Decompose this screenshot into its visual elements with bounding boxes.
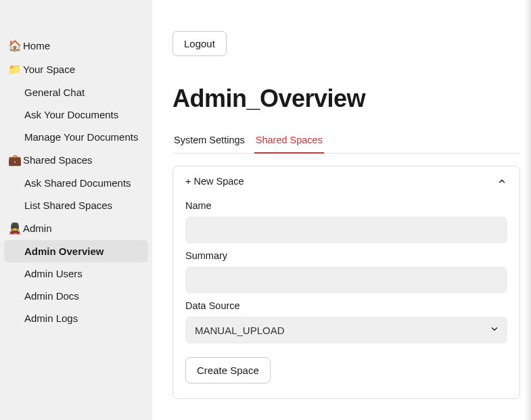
- sidebar-item-manage-your-documents[interactable]: Manage Your Documents: [0, 126, 152, 148]
- sidebar-item-admin-users[interactable]: Admin Users: [0, 262, 152, 285]
- main-content: Logout Admin_Overview System Settings Sh…: [152, 0, 531, 420]
- sidebar-item-label: Admin Logs: [24, 312, 78, 324]
- data-source-select[interactable]: MANUAL_UPLOAD: [185, 317, 507, 344]
- summary-input[interactable]: [185, 266, 507, 294]
- tab-shared-spaces[interactable]: Shared Spaces: [254, 131, 324, 154]
- sidebar-item-label: Shared Spaces: [23, 154, 93, 166]
- page-title: Admin_Overview: [172, 85, 520, 113]
- logout-button[interactable]: Logout: [172, 31, 227, 56]
- sidebar-item-ask-shared-documents[interactable]: Ask Shared Documents: [0, 172, 152, 194]
- tab-system-settings[interactable]: System Settings: [172, 131, 246, 154]
- folder-icon: 📁: [8, 63, 23, 76]
- sidebar-item-label: Your Space: [23, 64, 75, 75]
- home-icon: 🏠: [8, 39, 23, 52]
- sidebar-item-label: General Chat: [24, 87, 85, 98]
- summary-label: Summary: [185, 250, 507, 261]
- sidebar-item-admin[interactable]: 💂 Admin: [0, 216, 152, 240]
- guard-icon: 💂: [8, 222, 23, 235]
- sidebar-item-your-space[interactable]: 📁 Your Space: [0, 57, 152, 81]
- sidebar-item-home[interactable]: 🏠 Home: [0, 34, 152, 57]
- sidebar-item-label: Home: [23, 40, 50, 51]
- name-label: Name: [185, 200, 507, 211]
- sidebar-item-list-shared-spaces[interactable]: List Shared Spaces: [0, 194, 152, 216]
- create-space-button[interactable]: Create Space: [185, 357, 271, 383]
- sidebar-item-label: Ask Shared Documents: [24, 177, 131, 189]
- sidebar-item-shared-spaces[interactable]: 💼 Shared Spaces: [0, 148, 152, 172]
- sidebar-item-admin-docs[interactable]: Admin Docs: [0, 285, 152, 307]
- name-input[interactable]: [185, 216, 507, 243]
- sidebar-item-label: Admin Users: [24, 268, 83, 279]
- sidebar-item-label: List Shared Spaces: [24, 200, 112, 211]
- sidebar-item-label: Admin Docs: [24, 290, 79, 302]
- panel-title: + New Space: [185, 176, 244, 187]
- new-space-panel: + New Space Name Summary Data Source MAN…: [172, 166, 520, 399]
- right-edge-shadow: [524, 0, 531, 420]
- panel-header[interactable]: + New Space: [185, 176, 507, 193]
- app-root: 🏠 Home 📁 Your Space General Chat Ask You…: [0, 0, 531, 420]
- briefcase-icon: 💼: [8, 154, 23, 166]
- chevron-up-icon: [497, 176, 507, 187]
- sidebar-item-label: Ask Your Documents: [24, 109, 118, 120]
- sidebar-item-label: Manage Your Documents: [24, 131, 138, 143]
- sidebar-item-label: Admin: [23, 223, 52, 234]
- sidebar-item-admin-overview[interactable]: Admin Overview: [4, 240, 148, 262]
- data-source-select-wrap: MANUAL_UPLOAD: [185, 317, 507, 344]
- sidebar: 🏠 Home 📁 Your Space General Chat Ask You…: [0, 0, 152, 420]
- sidebar-item-admin-logs[interactable]: Admin Logs: [0, 307, 152, 329]
- sidebar-item-ask-your-documents[interactable]: Ask Your Documents: [0, 103, 152, 126]
- sidebar-item-general-chat[interactable]: General Chat: [0, 81, 152, 103]
- sidebar-item-label: Admin Overview: [24, 246, 104, 257]
- tabs: System Settings Shared Spaces: [172, 131, 520, 154]
- data-source-label: Data Source: [185, 300, 507, 311]
